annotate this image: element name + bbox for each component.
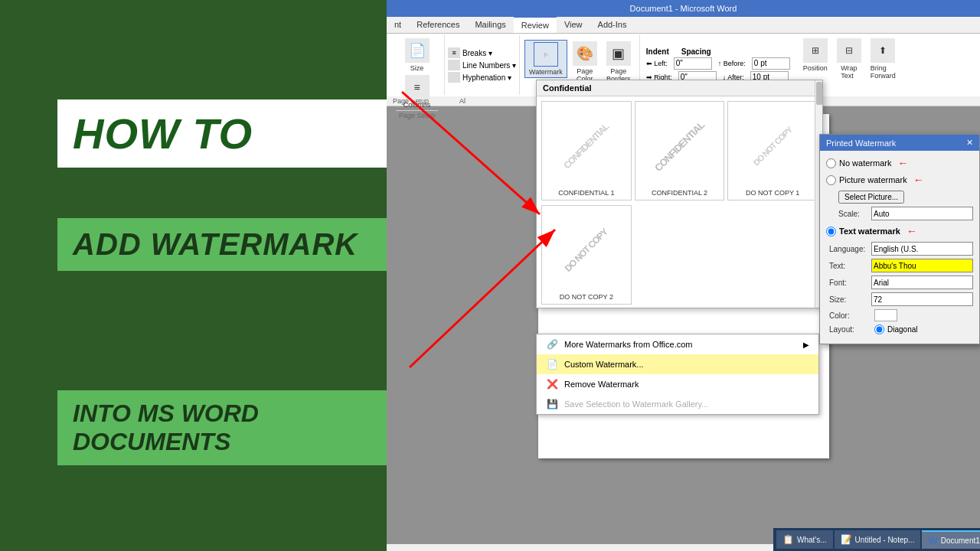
confidential1-preview: CONFIDENTIAL <box>545 105 628 187</box>
scrollbar-thumb <box>816 82 822 105</box>
dialog-content: No watermark ← Picture watermark ← Selec… <box>820 151 979 344</box>
language-input[interactable] <box>871 242 973 256</box>
page-setup-label: Page Setup <box>396 110 438 120</box>
taskbar-item-notepad[interactable]: 📝 Untitled - Notep... <box>835 530 921 549</box>
color-swatch[interactable] <box>874 309 897 321</box>
tab-review[interactable]: Review <box>514 16 557 33</box>
spacing-before-label: ↑ Before: <box>718 60 746 67</box>
text-watermark-radio[interactable] <box>826 227 836 236</box>
taskbar-item-whats[interactable]: 📋 What's... <box>776 530 833 549</box>
page-borders-button[interactable]: ▣ PageBorders <box>603 40 635 84</box>
indent-header: Indent <box>646 47 669 56</box>
tutorial-background <box>0 0 390 551</box>
save-watermark-label: Save Selection to Watermark Gallery... <box>564 399 708 409</box>
breaks-button[interactable]: ≡ Breaks ▾ <box>448 47 516 58</box>
printed-watermark-dialog: Printed Watermark ✕ No watermark ← Pictu… <box>819 134 980 344</box>
color-label: Color: <box>829 311 871 320</box>
indent-left-input[interactable] <box>674 57 712 70</box>
taskbar-item-word[interactable]: W Document1 - Mi... <box>922 530 980 549</box>
bring-forward-button[interactable]: ⬆ BringForward <box>867 37 900 93</box>
breaks-label: Breaks ▾ <box>462 49 492 57</box>
tutorial-block-3: INTO MS WORD DOCUMENTS <box>57 390 387 465</box>
wrap-text-button[interactable]: ⊟ WrapText <box>833 37 865 93</box>
hyphenation-label: Hyphenation ▾ <box>462 73 511 82</box>
taskbar-whats-label: What's... <box>797 536 827 544</box>
text-input[interactable] <box>871 259 973 272</box>
spacing-before-input[interactable] <box>752 57 790 70</box>
scale-row: Scale: <box>826 207 973 220</box>
menu-item-more-watermarks[interactable]: 🔗 More Watermarks from Office.com ▶ <box>537 334 818 354</box>
tutorial-line-2: ADD WATERMARK <box>73 227 358 261</box>
donotcopy1-text: DO NOT COPY <box>752 125 794 167</box>
no-watermark-radio[interactable] <box>826 158 836 168</box>
page-color-button[interactable]: 🎨 Page Color <box>569 40 601 84</box>
watermark-item-donotcopy1[interactable]: DO NOT COPY DO NOT COPY 1 <box>727 101 818 201</box>
confidential2-label: CONFIDENTIAL 2 <box>652 189 707 197</box>
hyphenation-icon <box>448 72 460 83</box>
wrap-text-icon: ⊟ <box>837 38 861 63</box>
watermark-icon: A <box>534 42 558 67</box>
text-field-label: Text: <box>829 262 868 270</box>
confidential1-text: CONFIDENTIAL <box>562 122 612 171</box>
line-numbers-icon <box>448 60 460 70</box>
tab-references[interactable]: References <box>409 17 467 33</box>
select-picture-row: Select Picture... <box>826 191 973 204</box>
hyphenation-button[interactable]: Hyphenation ▾ <box>448 72 516 83</box>
select-picture-button[interactable]: Select Picture... <box>838 191 904 204</box>
confidential2-preview: CONFIDENTIAL <box>639 105 721 187</box>
tab-nt[interactable]: nt <box>387 17 409 33</box>
watermark-item-confidential2[interactable]: CONFIDENTIAL CONFIDENTIAL 2 <box>635 101 725 201</box>
donotcopy1-preview: DO NOT COPY <box>731 105 814 187</box>
dialog-title: Printed Watermark <box>826 139 896 148</box>
font-input[interactable] <box>871 276 973 289</box>
tutorial-line-1: HOW TO <box>73 109 253 158</box>
donotcopy2-preview: DO NOT COPY <box>545 209 628 292</box>
tab-view[interactable]: View <box>557 17 590 33</box>
menu-item-remove-watermark[interactable]: ❌ Remove Watermark <box>537 374 818 394</box>
page-color-icon: 🎨 <box>573 41 597 66</box>
language-row: Language: <box>826 242 973 256</box>
columns-button[interactable]: ≡ Columns <box>400 73 435 110</box>
size-label: Size: <box>829 295 868 304</box>
menu-item-custom-watermark[interactable]: 📄 Custom Watermark... <box>537 354 818 374</box>
menu-item-save-watermark: 💾 Save Selection to Watermark Gallery... <box>537 394 818 414</box>
scale-input[interactable] <box>871 207 973 220</box>
page-borders-icon: ▣ <box>606 41 631 66</box>
size-input[interactable] <box>871 292 973 306</box>
arrow-indicator-1: ← <box>897 157 908 169</box>
custom-watermark-label: Custom Watermark... <box>564 360 644 369</box>
donotcopy2-text: DO NOT COPY <box>563 227 610 274</box>
tutorial-block-2: ADD WATERMARK <box>57 218 387 271</box>
picture-watermark-radio[interactable] <box>826 175 836 185</box>
dialog-close-icon[interactable]: ✕ <box>966 138 973 148</box>
taskbar-whats-icon: 📋 <box>782 534 794 545</box>
watermark-item-donotcopy2[interactable]: DO NOT COPY DO NOT COPY 2 <box>541 205 632 305</box>
layout-value: Diagonal <box>887 325 917 334</box>
confidential1-label: CONFIDENTIAL 1 <box>558 189 614 197</box>
picture-watermark-row: Picture watermark ← <box>826 174 973 186</box>
picture-watermark-label: Picture watermark <box>839 175 907 184</box>
tutorial-line-3: INTO MS WORD DOCUMENTS <box>73 399 259 455</box>
size-button[interactable]: 📄 Size <box>401 37 433 73</box>
save-watermark-icon: 💾 <box>546 398 558 410</box>
watermark-button[interactable]: A Watermark <box>524 40 567 78</box>
spacing-header: Spacing <box>681 47 711 56</box>
donotcopy2-label: DO NOT COPY 2 <box>560 293 613 301</box>
donotcopy1-label: DO NOT COPY 1 <box>746 189 799 197</box>
arrow-indicator-3: ← <box>906 225 917 237</box>
tab-mailings[interactable]: Mailings <box>467 17 513 33</box>
taskbar-notepad-label: Untitled - Notep... <box>855 536 915 544</box>
taskbar-word-label: Document1 - Mi... <box>941 536 980 545</box>
diagonal-radio[interactable] <box>874 324 884 334</box>
watermark-label: Watermark <box>529 68 563 76</box>
watermark-item-confidential1[interactable]: CONFIDENTIAL CONFIDENTIAL 1 <box>541 101 632 201</box>
line-numbers-button[interactable]: Line Numbers ▾ <box>448 60 516 70</box>
taskbar-word-icon: W <box>928 535 937 546</box>
layout-row: Layout: Diagonal <box>826 324 973 334</box>
tab-addins[interactable]: Add-Ins <box>590 17 635 33</box>
size-group: 📄 Size ≡ Columns Page Setup <box>390 35 445 95</box>
language-label: Language: <box>829 245 868 253</box>
ribbon-tabs: nt References Mailings Review View Add-I… <box>387 17 980 34</box>
text-row: Text: <box>826 259 973 272</box>
arrow-indicator-2: ← <box>913 174 924 186</box>
